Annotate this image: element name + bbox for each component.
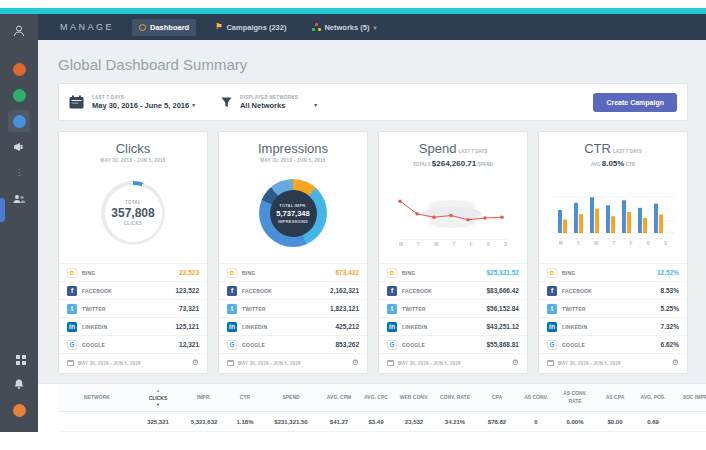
chevron-down-icon: ▾	[192, 102, 195, 108]
card-footer: MAY 30, 2016 - JUN 5, 2016 ⚙	[59, 354, 207, 373]
network-value: $25,321.52	[486, 269, 519, 276]
network-value: 8.53%	[661, 287, 679, 294]
card-footer: MAY 30, 2016 - JUN 5, 2016 ⚙	[219, 354, 367, 373]
column-header-label: AVG. CPM	[322, 394, 356, 402]
network-label: TWITTER	[402, 306, 426, 312]
column-header-label: AVG. POS.	[636, 394, 670, 402]
column-header-as-conv-rate[interactable]: AS CONV. RATE	[554, 384, 596, 411]
column-header-as-conv[interactable]: AS CONV.	[518, 384, 554, 411]
network-label: BING	[402, 270, 415, 276]
avg-ctr-value: 8.05%	[602, 159, 625, 168]
network-row-twitter: tTWITTER73,321	[59, 300, 207, 318]
column-header-avg-pos[interactable]: AVG. POS.	[634, 384, 672, 411]
card-title: CTR	[584, 141, 611, 156]
column-header-impr[interactable]: IMPR.	[180, 384, 228, 411]
nav-item-networks[interactable]: Networks (5)▾	[305, 19, 383, 36]
network-row-twitter: tTWITTER1,823,121	[219, 300, 367, 318]
nav-item-dashboard[interactable]: Dashboard	[132, 19, 196, 36]
google-icon: G	[547, 340, 557, 350]
network-row-linkedin: inLINKEDIN425,212	[219, 318, 367, 336]
facebook-icon: f	[67, 286, 77, 296]
impressions-card: Impressions MAY 30, 2016 - JUN 5, 2016 T…	[218, 131, 368, 374]
sidebar-app-orange-icon[interactable]	[0, 57, 38, 81]
table-cell: $78.82	[476, 417, 518, 427]
nav-item-label: Dashboard	[150, 23, 189, 32]
gear-icon[interactable]: ⚙	[512, 359, 519, 367]
megaphone-icon[interactable]	[0, 135, 38, 159]
network-label: BING	[242, 270, 255, 276]
table-cell: 1.18%	[228, 417, 262, 427]
bing-icon: b	[387, 268, 397, 278]
clicks-card: Clicks MAY 30, 2016 - JUN 5, 2016 TOTAL …	[58, 131, 208, 374]
impressions-donut-chart: TOTAL IMPR. 5,737,348 IMPRESSIONS	[259, 179, 327, 247]
column-header-clicks[interactable]: ▴CLICKS▼	[136, 384, 180, 411]
networks-filter-label: DISPLAYED NETWORKS	[240, 95, 317, 100]
user-avatar-badge[interactable]	[0, 398, 38, 422]
google-icon: G	[387, 340, 397, 350]
calendar-icon	[69, 95, 84, 109]
side-feedback-tab[interactable]	[0, 198, 5, 222]
network-row-twitter: tTWITTER$56,152.84	[379, 300, 527, 318]
column-header-label: SOC IMPR	[674, 394, 706, 402]
dashboard-icon	[139, 24, 146, 31]
sidebar-app-green-icon[interactable]	[0, 83, 38, 107]
date-range-dropdown[interactable]: May 30, 2016 - June 5, 2016 ▾	[92, 101, 195, 110]
bell-icon[interactable]	[0, 372, 38, 396]
nav-item-campaigns[interactable]: ⚑Campaigns (232)	[208, 19, 293, 36]
menu-dots-icon[interactable]: ⋮	[0, 161, 38, 185]
column-header-as-cpa[interactable]: AS CPA	[596, 384, 634, 411]
gear-icon[interactable]: ⚙	[352, 359, 359, 367]
network-label: GOOGLE	[402, 342, 425, 348]
spend-card: SpendLAST 7 DAYS TOTALS $264,260.71 SPEN…	[378, 131, 528, 374]
column-header-avg-cpc[interactable]: AVG. CPC	[358, 384, 394, 411]
nav-item-label: Campaigns (232)	[226, 23, 286, 32]
sidebar-app-dashboard-icon[interactable]	[0, 109, 38, 133]
network-label: FACEBOOK	[402, 288, 432, 294]
table-cell: 0.69	[634, 417, 672, 427]
network-value: 853,262	[336, 341, 360, 348]
calendar-icon	[67, 360, 74, 366]
column-header-avg-cpm[interactable]: AVG. CPM	[320, 384, 358, 411]
axis-day-label: T	[577, 241, 580, 246]
team-icon[interactable]	[0, 187, 38, 211]
total-spend-value: $264,260.71	[432, 159, 477, 168]
spend-line-chart	[388, 184, 518, 238]
date-range-value: May 30, 2016 - June 5, 2016	[92, 101, 189, 110]
column-header-soc-impr[interactable]: SOC IMPR	[672, 384, 706, 411]
twitter-icon: t	[67, 304, 77, 314]
table-cell: 34.21%	[434, 417, 476, 427]
column-header-network[interactable]: NETWORK	[58, 384, 136, 411]
column-header-ctr[interactable]: CTR	[228, 384, 262, 411]
axis-day-label: W	[594, 241, 598, 246]
gear-icon[interactable]: ⚙	[672, 359, 679, 367]
network-label: TWITTER	[82, 306, 106, 312]
facebook-icon: f	[227, 286, 237, 296]
column-header-web-conv[interactable]: WEB CONV.	[394, 384, 434, 411]
create-campaign-button[interactable]: Create Campaign	[593, 93, 677, 112]
network-value: 12.52%	[657, 269, 679, 276]
column-header-label: AS CONV.	[520, 394, 552, 402]
gear-icon[interactable]: ⚙	[192, 359, 199, 367]
bing-icon: b	[67, 268, 77, 278]
card-period: LAST 7 DAYS	[613, 149, 642, 154]
column-filter-icon: ▼	[138, 402, 178, 408]
nav-item-label: Networks (5)	[324, 23, 369, 32]
network-value: $55,868.81	[486, 341, 519, 348]
total-label: TOTAL IMPR.	[279, 203, 306, 208]
networks-icon	[312, 23, 320, 31]
network-label: LINKEDIN	[242, 324, 267, 330]
column-header-spend[interactable]: SPEND	[262, 384, 320, 411]
apps-grid-icon[interactable]	[0, 346, 38, 370]
column-header-conv-rate[interactable]: CONV. RATE	[434, 384, 476, 411]
ctr-card: CTRLAST 7 DAYS AVG 8.05% CTR MTWTFSS	[538, 131, 688, 374]
networks-filter-value: All Networks	[240, 101, 285, 110]
profile-icon[interactable]	[0, 19, 38, 43]
network-value: 123,522	[176, 287, 200, 294]
column-header-cpa[interactable]: CPA	[476, 384, 518, 411]
networks-dropdown[interactable]: All Networks ▾	[240, 101, 317, 110]
brand-logo: MANAGE	[60, 22, 114, 32]
table-cell	[672, 420, 706, 424]
facebook-icon: f	[387, 286, 397, 296]
chevron-down-icon: ▾	[373, 24, 376, 31]
table-body: 325,3215,321,6321.18%$231,321.50$41.27$3…	[58, 412, 706, 432]
